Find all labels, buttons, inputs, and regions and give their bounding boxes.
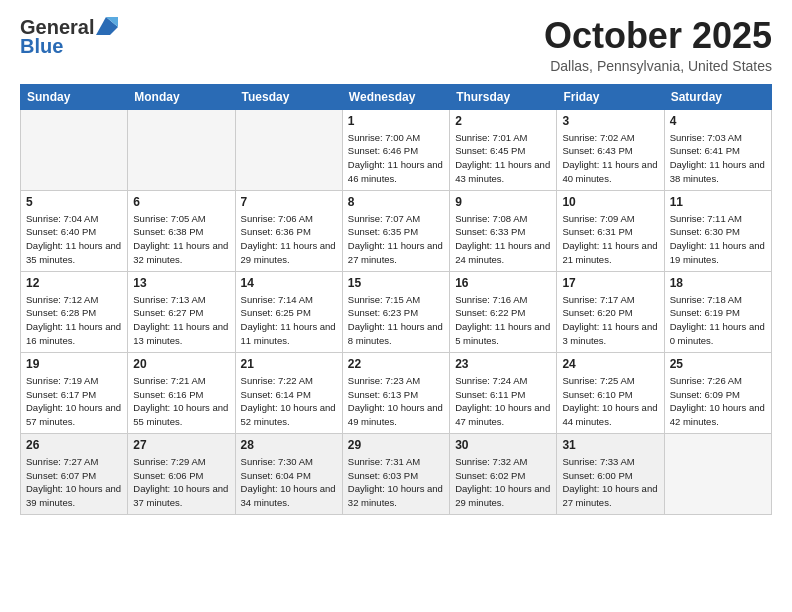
day-detail: Sunrise: 7:27 AM Sunset: 6:07 PM Dayligh… bbox=[26, 455, 122, 510]
calendar-day: 12Sunrise: 7:12 AM Sunset: 6:28 PM Dayli… bbox=[21, 271, 128, 352]
day-detail: Sunrise: 7:26 AM Sunset: 6:09 PM Dayligh… bbox=[670, 374, 766, 429]
day-number: 17 bbox=[562, 276, 658, 290]
calendar-day: 28Sunrise: 7:30 AM Sunset: 6:04 PM Dayli… bbox=[235, 433, 342, 514]
calendar-week-2: 5Sunrise: 7:04 AM Sunset: 6:40 PM Daylig… bbox=[21, 190, 772, 271]
day-detail: Sunrise: 7:19 AM Sunset: 6:17 PM Dayligh… bbox=[26, 374, 122, 429]
day-number: 6 bbox=[133, 195, 229, 209]
day-number: 30 bbox=[455, 438, 551, 452]
calendar-day: 11Sunrise: 7:11 AM Sunset: 6:30 PM Dayli… bbox=[664, 190, 771, 271]
day-detail: Sunrise: 7:00 AM Sunset: 6:46 PM Dayligh… bbox=[348, 131, 444, 186]
day-detail: Sunrise: 7:29 AM Sunset: 6:06 PM Dayligh… bbox=[133, 455, 229, 510]
calendar-day: 5Sunrise: 7:04 AM Sunset: 6:40 PM Daylig… bbox=[21, 190, 128, 271]
day-number: 7 bbox=[241, 195, 337, 209]
day-detail: Sunrise: 7:04 AM Sunset: 6:40 PM Dayligh… bbox=[26, 212, 122, 267]
day-number: 31 bbox=[562, 438, 658, 452]
calendar-day: 23Sunrise: 7:24 AM Sunset: 6:11 PM Dayli… bbox=[450, 352, 557, 433]
title-area: October 2025 Dallas, Pennsylvania, Unite… bbox=[544, 16, 772, 74]
header-tuesday: Tuesday bbox=[235, 84, 342, 109]
day-detail: Sunrise: 7:16 AM Sunset: 6:22 PM Dayligh… bbox=[455, 293, 551, 348]
calendar-day: 22Sunrise: 7:23 AM Sunset: 6:13 PM Dayli… bbox=[342, 352, 449, 433]
day-detail: Sunrise: 7:30 AM Sunset: 6:04 PM Dayligh… bbox=[241, 455, 337, 510]
day-number: 29 bbox=[348, 438, 444, 452]
day-number: 9 bbox=[455, 195, 551, 209]
calendar-week-5: 26Sunrise: 7:27 AM Sunset: 6:07 PM Dayli… bbox=[21, 433, 772, 514]
calendar-week-1: 1Sunrise: 7:00 AM Sunset: 6:46 PM Daylig… bbox=[21, 109, 772, 190]
calendar-day: 10Sunrise: 7:09 AM Sunset: 6:31 PM Dayli… bbox=[557, 190, 664, 271]
calendar-day: 6Sunrise: 7:05 AM Sunset: 6:38 PM Daylig… bbox=[128, 190, 235, 271]
day-detail: Sunrise: 7:33 AM Sunset: 6:00 PM Dayligh… bbox=[562, 455, 658, 510]
day-detail: Sunrise: 7:32 AM Sunset: 6:02 PM Dayligh… bbox=[455, 455, 551, 510]
header: General Blue October 2025 Dallas, Pennsy… bbox=[20, 16, 772, 74]
calendar-day bbox=[21, 109, 128, 190]
day-number: 11 bbox=[670, 195, 766, 209]
day-number: 4 bbox=[670, 114, 766, 128]
day-detail: Sunrise: 7:07 AM Sunset: 6:35 PM Dayligh… bbox=[348, 212, 444, 267]
day-detail: Sunrise: 7:13 AM Sunset: 6:27 PM Dayligh… bbox=[133, 293, 229, 348]
calendar-day: 29Sunrise: 7:31 AM Sunset: 6:03 PM Dayli… bbox=[342, 433, 449, 514]
calendar-day: 13Sunrise: 7:13 AM Sunset: 6:27 PM Dayli… bbox=[128, 271, 235, 352]
day-number: 12 bbox=[26, 276, 122, 290]
calendar-day: 15Sunrise: 7:15 AM Sunset: 6:23 PM Dayli… bbox=[342, 271, 449, 352]
day-number: 5 bbox=[26, 195, 122, 209]
calendar-day bbox=[664, 433, 771, 514]
day-number: 1 bbox=[348, 114, 444, 128]
calendar-day: 17Sunrise: 7:17 AM Sunset: 6:20 PM Dayli… bbox=[557, 271, 664, 352]
day-number: 10 bbox=[562, 195, 658, 209]
header-wednesday: Wednesday bbox=[342, 84, 449, 109]
calendar-day: 8Sunrise: 7:07 AM Sunset: 6:35 PM Daylig… bbox=[342, 190, 449, 271]
day-number: 15 bbox=[348, 276, 444, 290]
calendar-day: 30Sunrise: 7:32 AM Sunset: 6:02 PM Dayli… bbox=[450, 433, 557, 514]
calendar-table: Sunday Monday Tuesday Wednesday Thursday… bbox=[20, 84, 772, 515]
calendar-day: 31Sunrise: 7:33 AM Sunset: 6:00 PM Dayli… bbox=[557, 433, 664, 514]
day-number: 27 bbox=[133, 438, 229, 452]
day-number: 20 bbox=[133, 357, 229, 371]
calendar-page: General Blue October 2025 Dallas, Pennsy… bbox=[0, 0, 792, 531]
calendar-day: 25Sunrise: 7:26 AM Sunset: 6:09 PM Dayli… bbox=[664, 352, 771, 433]
calendar-day: 27Sunrise: 7:29 AM Sunset: 6:06 PM Dayli… bbox=[128, 433, 235, 514]
calendar-day: 2Sunrise: 7:01 AM Sunset: 6:45 PM Daylig… bbox=[450, 109, 557, 190]
calendar-day: 26Sunrise: 7:27 AM Sunset: 6:07 PM Dayli… bbox=[21, 433, 128, 514]
calendar-day bbox=[128, 109, 235, 190]
day-number: 2 bbox=[455, 114, 551, 128]
calendar-day: 14Sunrise: 7:14 AM Sunset: 6:25 PM Dayli… bbox=[235, 271, 342, 352]
day-number: 16 bbox=[455, 276, 551, 290]
day-detail: Sunrise: 7:24 AM Sunset: 6:11 PM Dayligh… bbox=[455, 374, 551, 429]
header-saturday: Saturday bbox=[664, 84, 771, 109]
day-detail: Sunrise: 7:23 AM Sunset: 6:13 PM Dayligh… bbox=[348, 374, 444, 429]
day-detail: Sunrise: 7:15 AM Sunset: 6:23 PM Dayligh… bbox=[348, 293, 444, 348]
day-detail: Sunrise: 7:25 AM Sunset: 6:10 PM Dayligh… bbox=[562, 374, 658, 429]
calendar-week-3: 12Sunrise: 7:12 AM Sunset: 6:28 PM Dayli… bbox=[21, 271, 772, 352]
day-detail: Sunrise: 7:09 AM Sunset: 6:31 PM Dayligh… bbox=[562, 212, 658, 267]
day-detail: Sunrise: 7:18 AM Sunset: 6:19 PM Dayligh… bbox=[670, 293, 766, 348]
day-number: 23 bbox=[455, 357, 551, 371]
calendar-day: 7Sunrise: 7:06 AM Sunset: 6:36 PM Daylig… bbox=[235, 190, 342, 271]
calendar-header-row: Sunday Monday Tuesday Wednesday Thursday… bbox=[21, 84, 772, 109]
calendar-day: 9Sunrise: 7:08 AM Sunset: 6:33 PM Daylig… bbox=[450, 190, 557, 271]
day-detail: Sunrise: 7:06 AM Sunset: 6:36 PM Dayligh… bbox=[241, 212, 337, 267]
day-number: 8 bbox=[348, 195, 444, 209]
day-detail: Sunrise: 7:01 AM Sunset: 6:45 PM Dayligh… bbox=[455, 131, 551, 186]
calendar-day bbox=[235, 109, 342, 190]
day-number: 22 bbox=[348, 357, 444, 371]
day-number: 3 bbox=[562, 114, 658, 128]
day-number: 18 bbox=[670, 276, 766, 290]
calendar-day: 16Sunrise: 7:16 AM Sunset: 6:22 PM Dayli… bbox=[450, 271, 557, 352]
calendar-day: 1Sunrise: 7:00 AM Sunset: 6:46 PM Daylig… bbox=[342, 109, 449, 190]
day-number: 14 bbox=[241, 276, 337, 290]
day-number: 25 bbox=[670, 357, 766, 371]
day-number: 24 bbox=[562, 357, 658, 371]
logo: General Blue bbox=[20, 16, 118, 58]
day-detail: Sunrise: 7:21 AM Sunset: 6:16 PM Dayligh… bbox=[133, 374, 229, 429]
calendar-day: 4Sunrise: 7:03 AM Sunset: 6:41 PM Daylig… bbox=[664, 109, 771, 190]
day-number: 13 bbox=[133, 276, 229, 290]
day-detail: Sunrise: 7:03 AM Sunset: 6:41 PM Dayligh… bbox=[670, 131, 766, 186]
header-monday: Monday bbox=[128, 84, 235, 109]
calendar-day: 24Sunrise: 7:25 AM Sunset: 6:10 PM Dayli… bbox=[557, 352, 664, 433]
calendar-week-4: 19Sunrise: 7:19 AM Sunset: 6:17 PM Dayli… bbox=[21, 352, 772, 433]
day-detail: Sunrise: 7:31 AM Sunset: 6:03 PM Dayligh… bbox=[348, 455, 444, 510]
calendar-day: 21Sunrise: 7:22 AM Sunset: 6:14 PM Dayli… bbox=[235, 352, 342, 433]
logo-blue: Blue bbox=[20, 35, 63, 58]
calendar-day: 3Sunrise: 7:02 AM Sunset: 6:43 PM Daylig… bbox=[557, 109, 664, 190]
day-detail: Sunrise: 7:05 AM Sunset: 6:38 PM Dayligh… bbox=[133, 212, 229, 267]
day-detail: Sunrise: 7:11 AM Sunset: 6:30 PM Dayligh… bbox=[670, 212, 766, 267]
